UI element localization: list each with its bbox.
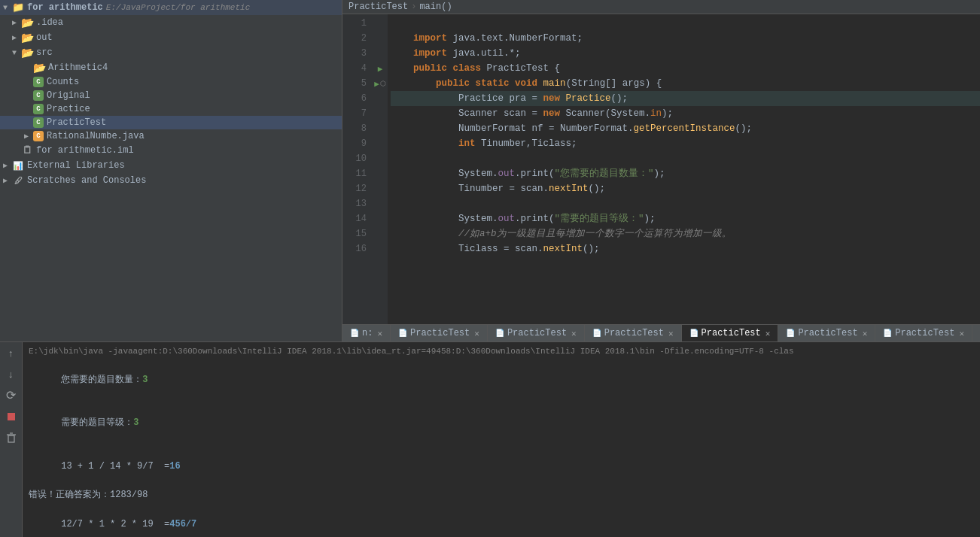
tab-file-icon: 📄 — [495, 329, 504, 338]
tab-close-button[interactable]: ✕ — [863, 329, 868, 338]
class-icon: C — [33, 90, 44, 101]
src-folder-icon: 📂 — [21, 47, 33, 59]
rerun-button[interactable]: ⟳ — [3, 387, 20, 404]
arrow-icon: ▼ — [3, 4, 12, 12]
sidebar-item-original[interactable]: ▶ C Original — [0, 89, 342, 102]
tab-file-icon: 📄 — [786, 329, 795, 338]
tab-close-button[interactable]: ✕ — [765, 329, 771, 338]
code-line-6: Practice pra = new Practice(); — [391, 91, 980, 106]
code-line-10 — [391, 151, 980, 166]
tab-close-button[interactable]: ✕ — [571, 329, 577, 338]
class-icon: C — [33, 131, 44, 141]
console-text: 您需要的题目数量： — [61, 375, 142, 385]
tab-label: PracticTest — [798, 328, 857, 338]
breadcrumb-method: main() — [419, 2, 452, 12]
code-line-9: int Tinumber,Ticlass; — [391, 136, 980, 151]
run-button-4[interactable]: ▶ — [373, 61, 388, 76]
sidebar-label: src — [36, 47, 53, 58]
tab-practictest-5[interactable]: 📄 PracticTest ✕ — [682, 325, 779, 341]
sidebar-item-for-arithmetic[interactable]: ▼ 📁 for arithmetic E:/JavaProject/for ar… — [0, 0, 342, 15]
code-line-2: import java.text.NumberFormat; — [391, 31, 980, 46]
tab-label: PracticTest — [507, 328, 567, 338]
tab-close-button[interactable]: ✕ — [668, 329, 674, 338]
console-line-4: 错误！正确答案为：1283/98 — [29, 488, 974, 502]
console-line-2: 需要的题目等级：3 — [29, 402, 974, 445]
code-lines[interactable]: import java.text.NumberFormat; import ja… — [388, 14, 980, 324]
tab-close-button[interactable]: ✕ — [377, 329, 382, 338]
tab-label: PracticTest — [604, 328, 664, 338]
code-line-16: Ticlass = scan.nextInt(); — [391, 241, 980, 256]
code-editor[interactable]: 1 2 3 4 5 6 7 8 9 10 11 12 13 14 15 16 — [342, 14, 980, 324]
tab-practictest-1[interactable]: 📄 n: ✕ — [342, 325, 391, 341]
code-line-5: public static void main(String[] args) { — [391, 76, 980, 91]
tab-close-button[interactable]: ✕ — [474, 329, 479, 338]
class-icon: C — [33, 117, 44, 128]
console-equation: 12/7 * 1 * 2 * 19 = — [61, 519, 169, 529]
tab-file-icon: 📄 — [592, 329, 601, 338]
sidebar-label: Original — [47, 90, 90, 101]
code-line-1 — [391, 16, 980, 31]
sidebar-item-practice[interactable]: ▶ C Practice — [0, 102, 342, 116]
console-value: 3 — [142, 375, 148, 385]
run-button-5[interactable]: ▶⬡ — [373, 76, 388, 91]
clear-button[interactable] — [3, 429, 20, 446]
arrow-icon: ▶ — [3, 176, 12, 185]
svg-rect-0 — [8, 413, 15, 420]
arrow-icon: ▶ — [24, 132, 33, 141]
sidebar-label: Counts — [47, 77, 79, 87]
sidebar-item-practic-test[interactable]: ▶ C PracticTest — [0, 116, 342, 129]
tab-file-icon: 📄 — [350, 329, 359, 338]
console-line-5: 12/7 * 1 * 2 * 19 =456/7 — [29, 502, 974, 537]
sidebar-item-idea[interactable]: ▶ 📂 .idea — [0, 15, 342, 30]
scroll-down-button[interactable]: ↓ — [3, 366, 20, 383]
tab-label: PracticTest — [410, 328, 470, 338]
sidebar-item-counts[interactable]: ▶ C Counts — [0, 75, 342, 89]
editor: PracticTest › main() 1 2 3 4 5 6 7 8 9 1… — [342, 0, 980, 341]
tab-close-button[interactable]: ✕ — [959, 329, 964, 338]
sidebar: ▼ 📁 for arithmetic E:/JavaProject/for ar… — [0, 0, 342, 341]
sidebar-label: External Libraries — [27, 160, 125, 171]
tab-label: PracticTest — [895, 328, 954, 338]
sidebar-label: for arithmetic — [27, 2, 103, 13]
console-panel: ↑ ↓ ⟳ E:\jdk\bin\java -javaagent:D:\360D… — [0, 341, 980, 537]
console-line-3: 13 + 1 / 14 * 9/7 =16 — [29, 445, 974, 489]
sidebar-item-scratches[interactable]: ▶ 🖊 Scratches and Consoles — [0, 173, 342, 188]
stop-button[interactable] — [3, 408, 20, 425]
tab-practictest-8[interactable]: 📄 PracticTest ✕ — [972, 325, 980, 341]
sidebar-item-rational-numbe[interactable]: ▶ C RationalNumbe.java — [0, 129, 342, 143]
tab-label: PracticTest — [702, 328, 761, 338]
console-cmd-line: E:\jdk\bin\java -javaagent:D:\360Downloa… — [29, 345, 974, 359]
sidebar-item-external-libraries[interactable]: ▶ 📊 External Libraries — [0, 158, 342, 173]
folder-icon: 📂 — [21, 32, 33, 44]
tab-practictest-7[interactable]: 📄 PracticTest ✕ — [875, 325, 972, 341]
sidebar-path: E:/JavaProject/for arithmetic — [106, 3, 250, 12]
sidebar-item-arithmetic4[interactable]: ▶ 📂 Arithmetic4 — [0, 60, 342, 75]
code-line-11: System.out.print("您需要的题目数量："); — [391, 166, 980, 181]
sidebar-label: Scratches and Consoles — [27, 175, 146, 186]
tab-practictest-2[interactable]: 📄 PracticTest ✕ — [391, 325, 488, 341]
sidebar-label: RationalNumbe.java — [47, 131, 145, 141]
scratches-icon: 🖊 — [12, 174, 24, 187]
tab-practictest-6[interactable]: 📄 PracticTest ✕ — [778, 325, 875, 341]
code-line-12: Tinumber = scan.nextInt(); — [391, 181, 980, 196]
scroll-up-button[interactable]: ↑ — [3, 345, 20, 362]
class-icon: C — [33, 104, 44, 114]
arrow-icon: ▶ — [12, 18, 21, 27]
arrow-icon: ▶ — [3, 161, 12, 170]
sidebar-item-src[interactable]: ▼ 📂 src — [0, 45, 342, 60]
tab-file-icon: 📄 — [398, 329, 407, 338]
sidebar-item-out[interactable]: ▶ 📂 out — [0, 30, 342, 45]
sidebar-item-iml[interactable]: ▶ 🗒 for arithmetic.iml — [0, 143, 342, 158]
stop-icon — [6, 411, 17, 422]
arrow-icon: ▶ — [12, 33, 21, 42]
console-value: 3 — [133, 417, 138, 428]
line-numbers: 1 2 3 4 5 6 7 8 9 10 11 12 13 14 15 16 — [342, 14, 373, 324]
console-line-1: 您需要的题目数量：3 — [29, 359, 974, 402]
tab-practictest-3[interactable]: 📄 PracticTest ✕ — [488, 325, 585, 341]
arrow-icon: ▼ — [12, 49, 21, 57]
sidebar-label: out — [36, 32, 53, 43]
tab-label: n: — [362, 328, 373, 338]
sidebar-label: PracticTest — [47, 117, 106, 128]
tab-practictest-4[interactable]: 📄 PracticTest ✕ — [585, 325, 682, 341]
console-output[interactable]: E:\jdk\bin\java -javaagent:D:\360Downloa… — [23, 342, 980, 537]
